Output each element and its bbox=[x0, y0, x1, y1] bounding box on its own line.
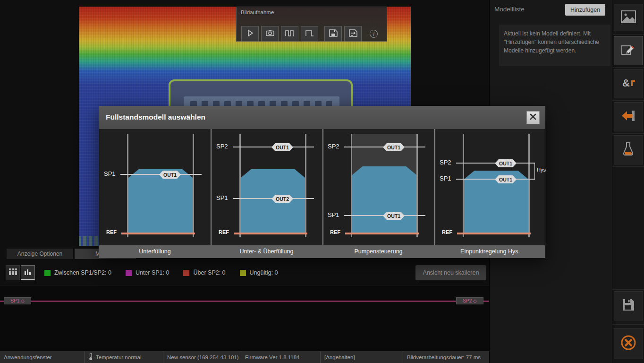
legend-label: Zwischen SP1/SP2: 0 bbox=[54, 269, 111, 276]
sp2-marker[interactable]: SP2 ◇ bbox=[456, 297, 483, 304]
legend-item: Ungültig: 0 bbox=[240, 269, 278, 276]
model-option-unter-ueberfuellung[interactable]: SP2 OUT1 SP1 OUT2 REF bbox=[212, 129, 322, 245]
ref-line bbox=[234, 233, 307, 234]
ref-label: REF bbox=[219, 229, 229, 235]
ref-label: REF bbox=[330, 229, 340, 235]
rescale-view-button[interactable]: Ansicht neu skalieren bbox=[415, 265, 486, 280]
legend-swatch-between bbox=[44, 270, 51, 276]
close-icon bbox=[530, 113, 536, 122]
tank-wall-right bbox=[193, 134, 194, 237]
status-temperature: Temperatur normal. bbox=[84, 351, 163, 363]
capture-toolbar: Bildaufnahme i bbox=[236, 7, 387, 42]
play-button[interactable] bbox=[241, 26, 259, 42]
status-bar: Anwendungsfenster Temperatur normal. New… bbox=[0, 351, 489, 363]
sp1-out-badge: OUT1 bbox=[159, 171, 181, 179]
grid-icon bbox=[9, 268, 17, 277]
legend-item: Zwischen SP1/SP2: 0 bbox=[44, 269, 111, 276]
model-caption: Pumpensteuerung bbox=[322, 245, 434, 258]
object-label-marks bbox=[190, 101, 332, 106]
logic-and-icon: & bbox=[621, 76, 636, 92]
tool-separator bbox=[612, 67, 644, 68]
status-text: Anwendungsfenster bbox=[4, 354, 52, 360]
ref-label: REF bbox=[442, 229, 452, 235]
sp2-out-badge: OUT1 bbox=[383, 143, 405, 151]
pulse-icon bbox=[305, 29, 314, 39]
status-processing-time: Bildverarbeitungsdauer: 77 ms bbox=[403, 351, 489, 363]
ref-line bbox=[345, 233, 419, 234]
model-option-einpunktregelung[interactable]: SP2 OUT1 SP1 OUT1 Hys REF bbox=[435, 129, 546, 245]
tank-wall-left bbox=[463, 134, 464, 237]
level-chart: SP1 ◇ SP2 ◇ bbox=[0, 285, 489, 351]
legend-item: Über SP2: 0 bbox=[183, 269, 225, 276]
sp1-label: SP1 bbox=[440, 175, 451, 182]
status-text: Bildverarbeitungsdauer: 77 ms bbox=[407, 354, 481, 360]
tank-wall-right bbox=[305, 134, 306, 237]
double-pulse-icon bbox=[285, 29, 295, 39]
legend-label: Unter SP1: 0 bbox=[136, 269, 169, 276]
save-button[interactable] bbox=[614, 291, 643, 320]
sp1-marker[interactable]: SP1 ◇ bbox=[4, 297, 31, 304]
tool-separator bbox=[612, 133, 644, 134]
tool-column: & bbox=[612, 0, 644, 363]
play-icon bbox=[246, 29, 254, 39]
sp1-out-badge: OUT1 bbox=[383, 212, 405, 220]
sp2-label: SP2 bbox=[328, 143, 339, 150]
tank-wall-left bbox=[351, 134, 352, 237]
image-view-button[interactable] bbox=[614, 4, 643, 31]
fill-level-model-dialog: Füllstandsmodell auswählen SP1 OUT1 REF bbox=[99, 106, 545, 258]
status-firmware: Firmware Ver 1.8.1184 bbox=[241, 351, 320, 363]
ref-line bbox=[121, 233, 195, 234]
status-text: [Angehalten] bbox=[324, 354, 355, 360]
tank-water bbox=[241, 169, 305, 233]
grid-view-toggle[interactable] bbox=[6, 265, 20, 280]
sp2-out-badge: OUT1 bbox=[495, 159, 517, 167]
dialog-title: Füllstandsmodell auswählen bbox=[106, 113, 205, 121]
tank-wall-left bbox=[239, 134, 241, 237]
save-image-button[interactable] bbox=[324, 26, 342, 42]
status-text: Temperatur normal. bbox=[96, 354, 143, 360]
logic-button[interactable]: & bbox=[614, 69, 643, 98]
load-image-button[interactable] bbox=[344, 26, 362, 42]
close-application-button[interactable] bbox=[614, 328, 643, 359]
svg-text:&: & bbox=[622, 77, 630, 89]
status-state: [Angehalten] bbox=[320, 351, 403, 363]
interface-button[interactable] bbox=[614, 102, 643, 131]
status-app-window: Anwendungsfenster bbox=[0, 351, 84, 363]
sp1-label: SP1 bbox=[216, 194, 228, 201]
test-button[interactable] bbox=[614, 135, 643, 164]
ref-line bbox=[457, 233, 531, 234]
tank-wall-right bbox=[416, 134, 418, 237]
model-option-pumpensteuerung[interactable]: SP2 OUT1 SP1 OUT1 REF bbox=[323, 129, 434, 245]
tool-separator bbox=[612, 34, 644, 35]
legend-swatch-under bbox=[126, 270, 132, 276]
info-icon[interactable]: i bbox=[370, 30, 378, 38]
hys-label: Hys bbox=[537, 167, 546, 173]
hys-bracket bbox=[534, 163, 535, 180]
continuous-trigger-button[interactable] bbox=[281, 26, 298, 42]
dialog-body: SP1 OUT1 REF SP2 OUT1 SP1 OUT2 REF bbox=[99, 129, 545, 245]
legend-swatch-over bbox=[183, 270, 189, 276]
legend-label: Ungültig: 0 bbox=[250, 269, 278, 276]
model-caption: Unterfüllung bbox=[99, 245, 211, 258]
bar-chart-icon bbox=[24, 268, 32, 277]
sp1-out-badge: OUT1 bbox=[495, 175, 517, 183]
application-window: Bildaufnahme i Modellliste Hinzufügen Ak… bbox=[0, 0, 644, 363]
thermometer-icon bbox=[88, 353, 93, 362]
tank-water bbox=[352, 166, 416, 233]
tank-water bbox=[128, 169, 193, 233]
tab-display-options[interactable]: Anzeige Optionen bbox=[7, 249, 73, 259]
model-editor-button[interactable] bbox=[614, 36, 643, 65]
sp1-out-badge: OUT2 bbox=[271, 195, 293, 203]
orange-arrow-icon bbox=[621, 110, 636, 124]
model-option-unterfuellung[interactable]: SP1 OUT1 REF bbox=[99, 129, 210, 245]
tool-separator bbox=[612, 289, 644, 290]
pencil-edit-icon bbox=[621, 43, 636, 59]
setpoint-line bbox=[0, 301, 489, 302]
sp1-label: SP1 bbox=[328, 211, 339, 218]
add-model-button[interactable]: Hinzufügen bbox=[565, 4, 605, 16]
tool-separator bbox=[612, 100, 644, 101]
single-trigger-button[interactable] bbox=[301, 26, 318, 42]
dialog-close-button[interactable] bbox=[526, 111, 540, 124]
snapshot-button[interactable] bbox=[261, 26, 279, 42]
chart-view-toggle[interactable] bbox=[21, 265, 35, 280]
